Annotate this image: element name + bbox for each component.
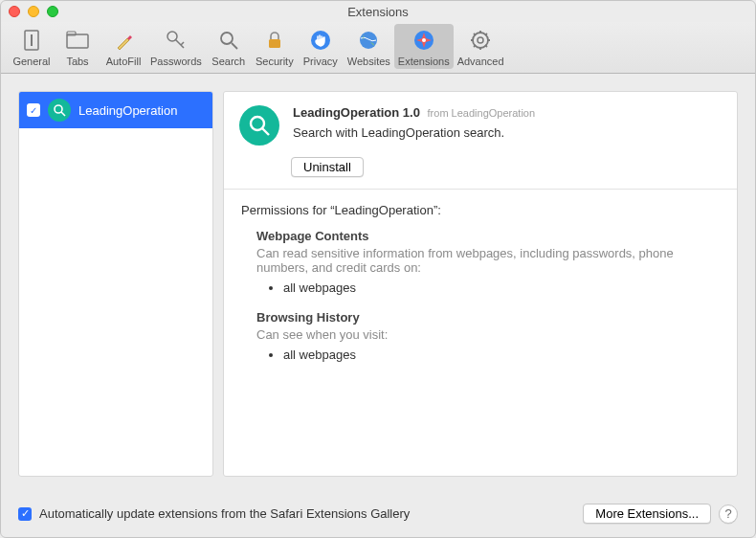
globe-icon <box>354 26 383 55</box>
zoom-icon[interactable] <box>47 6 58 17</box>
uninstall-button[interactable]: Uninstall <box>291 157 364 177</box>
permission-section-desc: Can see when you visit: <box>256 327 720 342</box>
tab-security[interactable]: Security <box>252 24 298 69</box>
hand-icon <box>306 26 335 55</box>
extension-description: Search with LeadingOperation search. <box>293 125 535 140</box>
svg-rect-2 <box>67 34 88 48</box>
permissions-section: Permissions for “LeadingOperation”: Webp… <box>224 190 737 391</box>
auto-update-label: Automatically update extensions from the… <box>39 506 575 521</box>
search-icon <box>214 26 243 55</box>
detail-header: LeadingOperation 1.0 from LeadingOperati… <box>224 92 737 157</box>
tab-advanced[interactable]: Advanced <box>454 24 508 69</box>
window-controls <box>9 6 58 17</box>
permission-section-title: Browsing History <box>256 310 720 325</box>
titlebar: Extensions <box>1 1 755 22</box>
tab-label: Extensions <box>398 56 450 67</box>
content-area: ✓ LeadingOperation LeadingOperation 1.0 … <box>1 74 755 494</box>
svg-point-13 <box>55 105 62 113</box>
footer: ✓ Automatically update extensions from t… <box>1 494 755 537</box>
tab-general[interactable]: General <box>9 24 55 69</box>
permission-section-title: Webpage Contents <box>256 229 720 243</box>
key-icon <box>162 26 190 55</box>
tab-passwords[interactable]: Passwords <box>146 24 206 69</box>
tab-label: Search <box>211 56 245 67</box>
uninstall-row: Uninstall <box>224 157 737 189</box>
tab-label: Advanced <box>457 56 504 67</box>
tab-search[interactable]: Search <box>206 24 252 69</box>
auto-update-checkbox[interactable]: ✓ <box>18 507 32 521</box>
sidebar-item-leadingoperation[interactable]: ✓ LeadingOperation <box>19 92 212 128</box>
permission-item: all webpages <box>283 280 720 295</box>
svg-point-5 <box>221 33 233 44</box>
tab-websites[interactable]: Websites <box>344 24 394 69</box>
help-button[interactable]: ? <box>719 504 738 524</box>
detail-heading: LeadingOperation 1.0 from LeadingOperati… <box>293 105 535 146</box>
general-icon <box>17 26 46 55</box>
tab-label: Passwords <box>150 56 202 67</box>
permissions-title: Permissions for “LeadingOperation”: <box>241 203 720 217</box>
extension-icon <box>239 105 279 146</box>
tab-autofill[interactable]: AutoFill <box>100 24 146 69</box>
extension-author: from LeadingOperation <box>428 107 536 119</box>
permission-section-desc: Can read sensitive information from webp… <box>256 246 720 275</box>
tab-tabs[interactable]: Tabs <box>55 24 100 69</box>
tab-label: AutoFill <box>106 56 142 67</box>
tab-label: Privacy <box>303 56 338 67</box>
extension-title: LeadingOperation 1.0 <box>293 105 420 120</box>
lock-icon <box>260 26 289 55</box>
minimize-icon[interactable] <box>28 6 39 17</box>
tab-label: Tabs <box>66 56 88 67</box>
svg-point-8 <box>360 32 377 49</box>
tabs-icon <box>63 26 92 55</box>
autofill-icon <box>109 26 138 55</box>
permission-item: all webpages <box>283 347 720 362</box>
gear-icon <box>466 26 495 55</box>
window-title: Extensions <box>1 5 755 19</box>
tab-privacy[interactable]: Privacy <box>298 24 344 69</box>
extensions-window: Extensions General Tabs AutoFill Passwor… <box>0 0 756 538</box>
preferences-toolbar: General Tabs AutoFill Passwords Search <box>1 22 755 74</box>
svg-rect-1 <box>31 34 33 46</box>
tab-label: General <box>12 56 50 67</box>
extensions-sidebar: ✓ LeadingOperation <box>18 91 213 477</box>
svg-rect-6 <box>269 39 280 48</box>
tab-label: Security <box>256 56 294 67</box>
svg-point-10 <box>422 38 426 42</box>
extensions-icon <box>410 26 438 55</box>
tab-label: Websites <box>347 56 390 67</box>
extension-icon <box>48 99 71 122</box>
more-extensions-button[interactable]: More Extensions... <box>583 504 711 524</box>
close-icon[interactable] <box>9 6 20 17</box>
svg-point-12 <box>478 37 483 43</box>
permission-browsing-history: Browsing History Can see when you visit:… <box>256 310 720 362</box>
extension-checkbox[interactable]: ✓ <box>27 103 40 117</box>
svg-rect-3 <box>67 32 76 35</box>
svg-point-14 <box>251 117 264 130</box>
tab-extensions[interactable]: Extensions <box>394 24 454 69</box>
sidebar-item-label: LeadingOperation <box>78 103 177 118</box>
extension-detail: LeadingOperation 1.0 from LeadingOperati… <box>223 91 738 477</box>
permission-webpage-contents: Webpage Contents Can read sensitive info… <box>256 229 720 295</box>
